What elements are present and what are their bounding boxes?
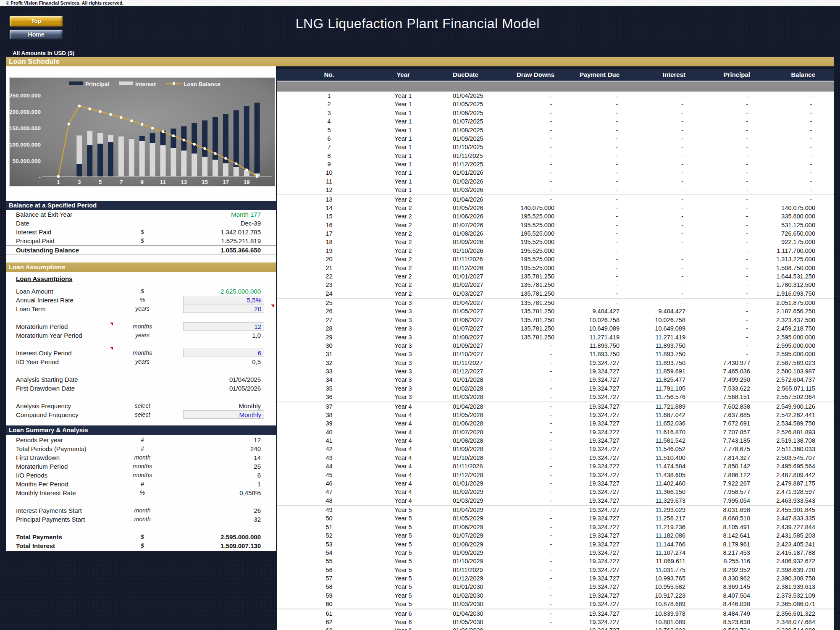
table-cell: 8.369.145 xyxy=(690,583,755,591)
row-value: 1.055.366.650 xyxy=(183,246,264,255)
row-spacer xyxy=(168,410,183,419)
home-button[interactable]: Home xyxy=(9,29,63,39)
table-cell: 2.511.360.033 xyxy=(755,445,834,453)
table-cell: 61 xyxy=(277,609,370,618)
table-row: 40Year 401/07/2028-19.324.72711.616.8707… xyxy=(277,428,834,436)
table-cell: 01/10/2026 xyxy=(437,247,510,255)
row-spacer xyxy=(168,331,183,340)
table-cell: 8.292.952 xyxy=(690,566,755,574)
input-cell[interactable]: 6 xyxy=(183,349,264,357)
panel-row: Balance at Exit YearMonth 177 xyxy=(6,210,276,219)
table-row: 25Year 301/04/2027135.781.250---2.051.87… xyxy=(277,298,834,307)
table-cell: 11.293.029 xyxy=(625,506,690,514)
table-cell: 27 xyxy=(277,316,370,324)
table-cell: 9.404.427 xyxy=(625,307,690,315)
table-cell: Year 3 xyxy=(370,359,437,367)
row-value: 2.595.000.000 xyxy=(183,533,264,541)
table-cell: 01/06/2029 xyxy=(437,523,510,531)
table-cell: 19.324.727 xyxy=(559,462,625,470)
table-cell: 8.484.749 xyxy=(690,609,755,618)
table-cell: 19.324.727 xyxy=(559,488,625,496)
table-cell: 01/09/2028 xyxy=(437,445,510,453)
table-cell: Year 4 xyxy=(370,479,437,488)
table-cell: 34 xyxy=(277,375,370,384)
row-spacer xyxy=(168,541,183,550)
table-cell: 10.649.089 xyxy=(559,324,625,333)
row-unit: years xyxy=(117,304,168,313)
table-cell: - xyxy=(625,117,690,126)
top-button[interactable]: Top xyxy=(9,16,63,27)
table-cell: - xyxy=(559,160,625,168)
column-header: Balance xyxy=(755,69,834,81)
row-spacer xyxy=(168,444,183,453)
loan-balance-point xyxy=(78,105,81,107)
table-cell: 01/09/2027 xyxy=(437,341,510,350)
table-cell: Year 3 xyxy=(370,367,437,375)
table-cell: 2.415.187.788 xyxy=(755,549,834,557)
input-cell[interactable]: 5,5% xyxy=(183,296,264,304)
table-cell: 2.595.000.000 xyxy=(755,333,834,341)
chart-bar-segment xyxy=(192,123,197,154)
table-row: 53Year 501/08/2029-19.324.72711.144.7668… xyxy=(277,540,834,549)
table-cell: - xyxy=(559,255,625,263)
table-cell: 2 xyxy=(277,100,370,108)
table-cell: 01/07/2025 xyxy=(437,117,510,126)
table-row: 17Year 201/08/2026195.525.000---726.650.… xyxy=(277,229,834,238)
row-spacer xyxy=(168,515,183,524)
table-cell: Year 4 xyxy=(370,411,437,419)
table-cell: 01/01/2027 xyxy=(437,272,510,281)
table-cell: 10.993.765 xyxy=(625,574,690,583)
table-cell: 30 xyxy=(277,341,370,350)
table-cell: Year 5 xyxy=(370,557,437,565)
table-cell: Year 1 xyxy=(370,100,437,108)
page-title: LNG Liquefaction Plant Financial Model xyxy=(296,16,540,32)
table-cell: - xyxy=(690,307,755,315)
table-cell: - xyxy=(510,126,559,134)
table-cell: 2.542.262.441 xyxy=(755,411,834,419)
comment-marker-icon xyxy=(110,323,113,326)
table-row: 35Year 301/02/2028-19.324.72711.791.1057… xyxy=(277,384,834,393)
row-spacer xyxy=(168,349,183,357)
table-cell: Year 6 xyxy=(370,609,437,618)
table-cell: 53 xyxy=(277,540,370,549)
table-cell: 19.324.727 xyxy=(559,359,625,367)
table-cell: 1.313.225.000 xyxy=(755,255,834,263)
input-cell[interactable]: 20 xyxy=(183,304,264,313)
table-cell: 19.324.727 xyxy=(559,583,625,591)
table-cell: 01/09/2026 xyxy=(437,238,510,246)
panel-row: Analysis FrequencyselectMonthly xyxy=(6,402,276,410)
row-label: Analysis Frequency xyxy=(6,402,117,410)
row-spacer xyxy=(168,384,183,393)
table-cell: 01/10/2027 xyxy=(437,350,510,358)
row-unit xyxy=(117,384,168,393)
table-cell: 11.893.750 xyxy=(625,359,690,367)
table-cell: 10.026.758 xyxy=(625,316,690,324)
table-cell: 01/07/2027 xyxy=(437,324,510,333)
row-unit: month xyxy=(117,453,168,462)
input-cell[interactable]: 12 xyxy=(183,322,264,331)
table-row: 2Year 101/05/2025----- xyxy=(277,100,834,108)
table-cell: - xyxy=(559,299,625,307)
input-cell[interactable]: Monthly xyxy=(183,410,264,419)
table-cell: 7.430.977 xyxy=(690,359,755,367)
table-cell: - xyxy=(625,221,690,229)
table-cell: - xyxy=(510,618,559,626)
table-cell: - xyxy=(510,574,559,583)
row-label: Annual Interest Rate xyxy=(6,296,117,304)
table-cell: - xyxy=(510,419,559,428)
table-cell: - xyxy=(690,109,755,117)
table-cell: Year 4 xyxy=(370,419,437,428)
table-cell: Year 4 xyxy=(370,436,437,445)
row-value: 2.625.000.000 xyxy=(183,287,264,296)
table-cell: - xyxy=(510,540,559,549)
table-cell: - xyxy=(559,168,625,177)
table-cell: Year 1 xyxy=(370,134,437,143)
loan-chart: 250.000.000200.000.000150.000.000100.000… xyxy=(9,77,275,186)
table-cell: - xyxy=(625,160,690,168)
row-value: 0,458% xyxy=(183,488,264,497)
table-cell: Year 6 xyxy=(370,618,437,626)
table-cell: 01/03/2029 xyxy=(437,496,510,505)
row-label: Analysis Starting Date xyxy=(6,375,117,384)
row-spacer xyxy=(168,210,183,219)
table-cell: - xyxy=(510,195,559,204)
